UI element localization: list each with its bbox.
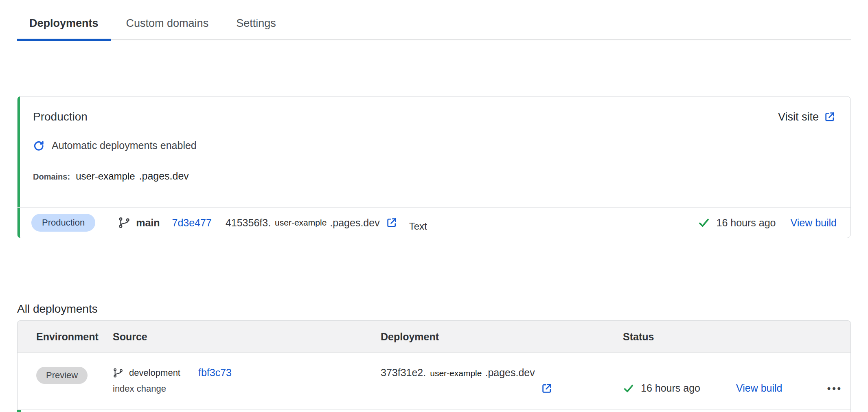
deploy-time: 16 hours ago: [641, 382, 700, 394]
commit-link[interactable]: 7d3e477: [172, 217, 212, 229]
visit-site-label: Visit site: [778, 111, 819, 123]
refresh-icon: [33, 140, 44, 151]
domain-suffix: .pages.dev: [139, 170, 189, 182]
external-link-icon: [824, 111, 836, 123]
auto-deployments-text: Automatic deployments enabled: [52, 140, 197, 151]
deployment-url-suffix: .pages.dev: [330, 217, 379, 229]
production-deployment-row: Production main 7d3e477 415356f3. user-e…: [18, 207, 850, 238]
view-build-link[interactable]: View build: [790, 217, 837, 229]
git-branch-icon: [118, 217, 130, 229]
external-link-icon[interactable]: [541, 382, 553, 394]
check-icon: [623, 383, 634, 394]
deployment-url-name: user-example: [275, 218, 327, 228]
environment-badge: Preview: [36, 367, 88, 384]
tab-settings[interactable]: Settings: [224, 11, 288, 39]
deployment-url-prefix: 415356f3.: [226, 217, 271, 229]
environment-badge: Production: [31, 214, 95, 232]
next-row-peek: [18, 410, 850, 412]
column-header-source: Source: [94, 331, 362, 343]
git-branch-icon: [113, 368, 123, 378]
deployment-url-suffix: .pages.dev: [485, 367, 535, 379]
deploy-time: 16 hours ago: [717, 217, 776, 229]
next-row-status-bar: [17, 410, 21, 412]
table-row: Preview development fbf3c73 index change: [18, 353, 850, 410]
tab-bar: Deployments Custom domains Settings: [17, 11, 851, 40]
visit-site-link[interactable]: Visit site: [778, 111, 836, 123]
tab-custom-domains[interactable]: Custom domains: [114, 11, 221, 39]
check-icon: [698, 217, 710, 229]
external-link-icon[interactable]: [386, 217, 398, 229]
commit-message: index change: [113, 384, 362, 394]
annotation-text: Text: [409, 221, 427, 232]
all-deployments-title: All deployments: [17, 302, 98, 316]
deployment-url-prefix: 373f31e2.: [381, 367, 426, 379]
commit-link[interactable]: fbf3c73: [198, 367, 232, 379]
branch-name: development: [129, 368, 180, 378]
production-card: Production Visit site Automatic deployme…: [17, 96, 851, 238]
domains-label: Domains:: [33, 172, 70, 182]
tab-deployments[interactable]: Deployments: [17, 11, 111, 39]
row-menu-button[interactable]: •••: [827, 383, 842, 394]
deployments-table: Environment Source Deployment Status Pre…: [17, 320, 851, 412]
view-build-link[interactable]: View build: [736, 382, 783, 394]
domain-name: user-example: [76, 171, 135, 182]
branch-name: main: [136, 217, 160, 229]
deployment-url-name: user-example: [430, 368, 482, 378]
column-header-deployment: Deployment: [362, 331, 604, 343]
production-title: Production: [33, 110, 88, 123]
column-header-status: Status: [604, 331, 850, 343]
table-header-row: Environment Source Deployment Status: [18, 321, 850, 353]
column-header-environment: Environment: [18, 331, 94, 343]
